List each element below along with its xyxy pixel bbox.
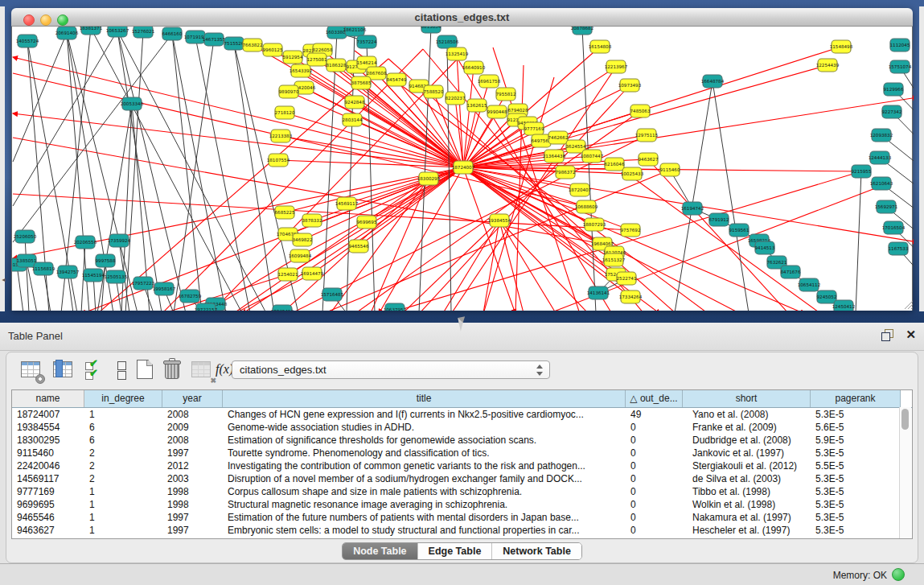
graph-node[interactable]: 7955812 bbox=[496, 88, 516, 101]
graph-node[interactable]: 9463627 bbox=[639, 153, 659, 166]
column-header-out_de[interactable]: △ out_de... bbox=[626, 390, 683, 407]
vertical-scrollbar[interactable] bbox=[899, 407, 911, 538]
graph-node[interactable]: 10653267 bbox=[106, 27, 129, 37]
graph-node[interactable]: 3878332 bbox=[302, 214, 322, 227]
graph-node[interactable]: 19384554 bbox=[488, 214, 511, 227]
graph-node[interactable]: 7663822 bbox=[243, 39, 263, 51]
graph-node[interactable]: 2803144 bbox=[343, 113, 363, 126]
graph-node[interactable]: 9115460 bbox=[660, 163, 680, 176]
graph-node[interactable]: 9215955 bbox=[852, 165, 872, 178]
scrollbar-thumb[interactable] bbox=[901, 409, 909, 430]
graph-node[interactable]: 2718120 bbox=[275, 106, 295, 119]
graph-node[interactable]: 3469822 bbox=[293, 233, 313, 246]
graph-node[interactable]: 20691406 bbox=[55, 27, 79, 39]
table-row[interactable]: 946554611997Estimation of the future num… bbox=[12, 511, 912, 524]
graph-node[interactable]: 14671355 bbox=[203, 33, 226, 46]
tab-node-table[interactable]: Node Table bbox=[343, 543, 417, 559]
graph-node[interactable]: 7357224 bbox=[357, 35, 377, 48]
graph-node[interactable]: 12450412 bbox=[832, 300, 855, 311]
graph-node[interactable]: 16648784 bbox=[701, 75, 725, 88]
graph-node[interactable]: 15692971 bbox=[875, 200, 898, 213]
graph-node[interactable]: 1112045 bbox=[890, 39, 910, 51]
graph-node[interactable]: 7588520 bbox=[424, 85, 444, 98]
column-header-name[interactable]: name bbox=[12, 390, 84, 407]
row-selection-button[interactable]: ✔ ✔ bbox=[84, 358, 108, 382]
graph-node[interactable]: 20206556 bbox=[74, 236, 97, 249]
graph-node[interactable]: 9777169 bbox=[524, 122, 544, 135]
graph-node[interactable]: 19722157 bbox=[195, 303, 218, 311]
graph-node[interactable]: 10688609 bbox=[575, 200, 598, 213]
graph-node[interactable]: 15716485 bbox=[321, 288, 344, 301]
graph-node[interactable]: 7462662 bbox=[548, 131, 569, 144]
create-column-button[interactable] bbox=[133, 358, 158, 382]
graph-node[interactable]: 17957223 bbox=[132, 277, 155, 290]
graph-node[interactable]: 7515526 bbox=[224, 37, 244, 50]
graph-node[interactable]: 9960125 bbox=[263, 43, 283, 56]
graph-node[interactable]: 18621106 bbox=[343, 27, 367, 36]
graph-node[interactable]: 9159561 bbox=[729, 224, 749, 237]
graph-node[interactable]: 9129966 bbox=[884, 83, 904, 96]
graph-node[interactable]: 16543392 bbox=[290, 64, 312, 77]
graph-node[interactable]: 9227342 bbox=[882, 105, 902, 118]
graph-node[interactable]: 11545194 bbox=[82, 269, 105, 282]
graph-node[interactable]: 16154808 bbox=[589, 40, 612, 53]
graph-node[interactable]: 16194742 bbox=[681, 202, 704, 215]
close-panel-icon[interactable]: ✕ bbox=[906, 328, 916, 342]
graph-node[interactable]: 10025433 bbox=[621, 167, 644, 180]
graph-node[interactable]: 12093832 bbox=[870, 129, 893, 142]
graph-node[interactable]: 16782759 bbox=[179, 290, 202, 303]
table-row[interactable]: 969969511998Structural magnetic resonanc… bbox=[12, 498, 912, 511]
graph-node[interactable]: 1275081 bbox=[307, 53, 327, 66]
tab-network-table[interactable]: Network Table bbox=[492, 543, 581, 559]
table-row[interactable]: 1830029562008Estimation of significance … bbox=[12, 434, 912, 447]
graph-node[interactable]: 8813054 bbox=[421, 27, 441, 33]
graph-node[interactable]: 18807293 bbox=[583, 218, 606, 231]
graph-node[interactable]: 18720407 bbox=[569, 183, 592, 196]
graph-node[interactable]: 10807447 bbox=[581, 150, 604, 163]
graph-node[interactable]: 16210643 bbox=[870, 177, 893, 190]
graph-node[interactable]: 1362615 bbox=[467, 99, 487, 112]
graph-node[interactable]: 12254439 bbox=[816, 59, 840, 72]
graph-node[interactable]: 9242848 bbox=[345, 96, 365, 109]
graph-node[interactable]: 1254021 bbox=[278, 268, 298, 281]
graph-node[interactable]: 15751074 bbox=[889, 60, 912, 73]
table-row[interactable]: 911546021997Tourette syndrome. Phenomeno… bbox=[12, 447, 912, 459]
table-row[interactable]: 2242004622012Investigating the contribut… bbox=[12, 459, 912, 472]
graph-node[interactable]: 1167533 bbox=[889, 242, 909, 255]
graph-node[interactable]: 10654112 bbox=[798, 278, 820, 291]
graph-node[interactable]: 18107554 bbox=[267, 154, 290, 167]
graph-node[interactable]: 10637952 bbox=[384, 303, 406, 311]
graph-node[interactable]: 12213967 bbox=[605, 60, 628, 73]
table-row[interactable]: 1872400712008Changes of HCN gene express… bbox=[12, 408, 912, 421]
graph-node[interactable]: 9757692 bbox=[621, 224, 641, 237]
graph-node[interactable]: 19958167 bbox=[153, 282, 176, 295]
column-header-year[interactable]: year bbox=[162, 390, 223, 407]
table-row[interactable]: 977716911998Corpus callosum shape and si… bbox=[12, 485, 912, 498]
graph-node[interactable]: 8454749 bbox=[387, 73, 407, 86]
graph-node[interactable]: 17016504 bbox=[882, 221, 906, 234]
delete-column-button[interactable] bbox=[161, 358, 185, 382]
table-settings-button[interactable] bbox=[19, 358, 43, 382]
float-panel-icon[interactable] bbox=[881, 329, 893, 341]
graph-node[interactable]: 18381371 bbox=[80, 27, 103, 35]
network-graph[interactable]: 1405572420691406183813711065326715276021… bbox=[12, 27, 914, 311]
show-columns-button[interactable] bbox=[51, 358, 76, 382]
graph-node[interactable]: 20878682 bbox=[571, 27, 593, 35]
graph-node[interactable]: 11156819 bbox=[32, 262, 55, 275]
graph-node[interactable]: 6791912 bbox=[709, 213, 729, 226]
graph-node[interactable]: 13942757 bbox=[56, 266, 80, 278]
graph-node[interactable]: 2522741 bbox=[617, 272, 637, 285]
table-row[interactable]: 946362711997Embryonic stem cells: a mode… bbox=[12, 524, 912, 537]
graph-node[interactable]: 25206050 bbox=[14, 230, 37, 243]
graph-node[interactable]: 7986372 bbox=[556, 166, 576, 179]
graph-node[interactable]: 15276021 bbox=[132, 27, 155, 38]
graph-node[interactable]: 18724007 bbox=[452, 161, 475, 174]
graph-node[interactable]: 14055724 bbox=[16, 35, 39, 47]
graph-node[interactable]: 3875685 bbox=[351, 76, 372, 89]
graph-node[interactable]: 9245052 bbox=[817, 290, 837, 303]
table-row[interactable]: 1938455462009Genome-wide association stu… bbox=[12, 421, 912, 434]
graph-node[interactable]: 11548498 bbox=[830, 40, 853, 53]
graph-node[interactable]: 12505135 bbox=[105, 270, 128, 283]
column-header-title[interactable]: title bbox=[223, 390, 626, 407]
graph-node[interactable]: 16961758 bbox=[478, 75, 501, 88]
